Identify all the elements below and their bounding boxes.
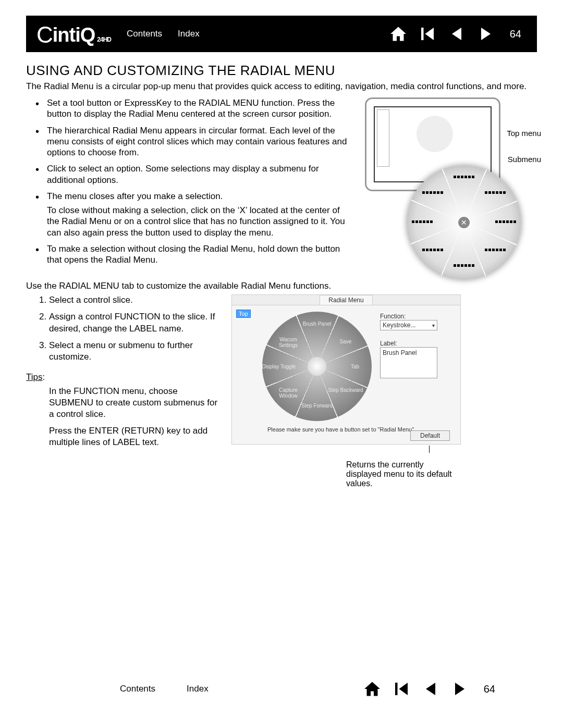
step-1: Select a control slice. [49,294,219,306]
first-page-icon[interactable] [418,24,437,43]
page-title: USING AND CUSTOMIZING THE RADIAL MENU [26,63,537,79]
next-page-icon[interactable] [476,24,495,43]
slice-nw[interactable]: Wacom Settings [270,337,307,348]
bullet-5: To make a selection without closing the … [47,244,340,265]
tip-2: Press the ENTER (RETURN) key to add mult… [49,425,219,448]
slice-ne[interactable]: Save [327,339,364,344]
slice-n[interactable]: Brush Panel [299,321,335,327]
contents-link[interactable]: Contents [127,29,162,39]
step-list: Select a control slice. Assign a control… [26,294,219,362]
radial-diagram: ✕ [407,165,521,280]
home-icon[interactable] [363,680,382,698]
default-caption: Returns the currently displayed menu to … [231,460,461,488]
tips-block: In the FUNCTION menu, choose SUBMENU to … [26,386,219,448]
bullet-2: The hierarchical Radial Menu appears in … [47,126,347,158]
top-chip[interactable]: Top [236,310,251,318]
step-3: Select a menu or submenu to further cust… [49,340,219,363]
panel-tab[interactable]: Radial Menu [320,295,372,305]
radial-menu-panel: Radial Menu Top Brush Panel Save Tab Ste… [231,294,461,445]
slice-e[interactable]: Tab [337,364,373,369]
radial-close-icon: ✕ [457,216,471,229]
prev-page-icon[interactable] [447,24,466,43]
step-2: Assign a control FUNCTION to the slice. … [49,311,219,334]
function-value: Keystroke... [383,322,415,329]
footer-nav-icons: 64 [363,680,495,698]
index-link[interactable]: Index [178,29,200,39]
header-bar: CintiQ24HD Contents Index 64 [26,16,537,52]
default-button[interactable]: Default [410,430,450,441]
label-submenu: Submenu [508,155,541,164]
intro-text: The Radial Menu is a circular pop-up men… [26,81,537,92]
home-icon[interactable] [389,24,408,43]
slice-sw[interactable]: Capture Window [270,387,307,399]
page-number: 64 [510,28,521,40]
prev-page-icon[interactable] [421,680,440,698]
slice-se[interactable]: Step Backward [327,387,364,393]
bullet-4: The menu closes after you make a selecti… [47,191,223,201]
footer-index-link[interactable]: Index [187,684,209,694]
footer-page-number: 64 [484,683,495,695]
bullet-4-sub: To close without making a selection, cli… [47,205,349,238]
function-label: Function: [380,313,456,320]
label-top-menu: Top menu [507,129,541,138]
radial-preview[interactable]: Brush Panel Save Tab Step Backward Step … [262,312,372,421]
bullet-1: Set a tool button or ExpressKey to the R… [47,98,335,119]
tip-1: In the FUNCTION menu, choose SUBMENU to … [49,386,219,420]
brand-logo: CintiQ24HD [36,21,111,47]
nav-icons: 64 [389,24,521,43]
label-label: Label: [380,340,456,347]
tips-label: Tips [26,372,43,382]
label-textbox[interactable]: Brush Panel [380,347,437,378]
figure-top-menu: Top menu Submenu ✕ [365,97,527,269]
slice-w[interactable]: Display Toggle [261,364,297,369]
panel-tab-row: Radial Menu [232,295,460,305]
first-page-icon[interactable] [392,680,411,698]
mid-instruction: Use the RADIAL MENU tab to customize the… [26,281,537,291]
next-page-icon[interactable] [450,680,469,698]
function-select[interactable]: Keystroke... [380,320,437,330]
radial-hub [308,357,326,376]
bullet-list: Set a tool button or ExpressKey to the R… [26,97,349,265]
slice-s[interactable]: Step Forward [299,403,335,409]
bullet-3: Click to select an option. Some selectio… [47,164,319,184]
footer-bar: Contents Index 64 [26,671,537,707]
footer-contents-link[interactable]: Contents [120,684,155,694]
